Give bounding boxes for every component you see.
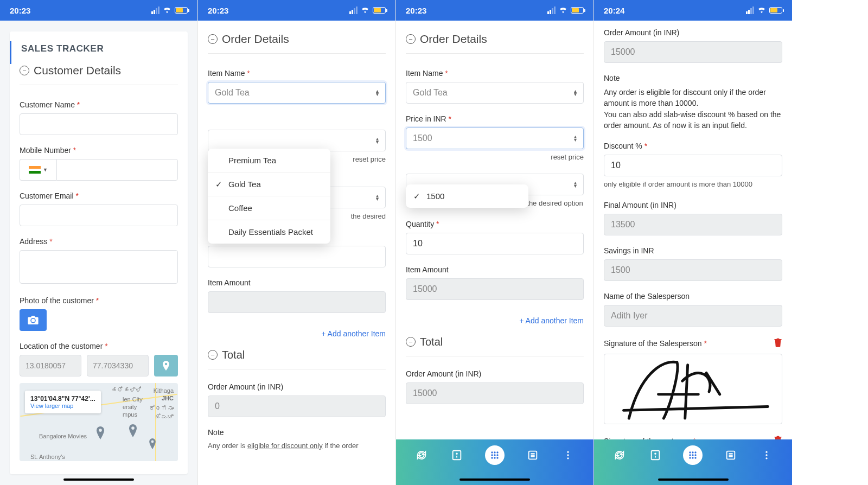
collapse-icon[interactable]	[406, 34, 416, 44]
dropdown-option-selected[interactable]: ✓1500	[406, 184, 528, 208]
order-amount-value: 15000	[604, 41, 782, 63]
section-header-customer[interactable]: Customer Details	[20, 64, 178, 85]
svg-point-11	[491, 457, 493, 458]
camera-button[interactable]	[20, 309, 47, 331]
updown-icon: ▴▾	[574, 90, 577, 96]
section-header-order[interactable]: Order Details	[208, 33, 386, 54]
signal-icon	[151, 7, 159, 14]
dropdown-option-selected[interactable]: ✓Gold Tea	[208, 173, 330, 196]
discount-input[interactable]	[604, 155, 782, 176]
note-label: Note	[604, 74, 782, 82]
list-icon[interactable]	[525, 448, 540, 463]
order-amount-label: Order Amount (in INR)	[406, 369, 584, 378]
sync-icon[interactable]	[612, 448, 627, 463]
item-amount-input	[208, 291, 386, 313]
item-amount-label: Item Amount	[208, 278, 386, 287]
wifi-icon	[163, 6, 171, 15]
status-bar: 20:23	[396, 0, 593, 21]
svg-point-9	[494, 454, 495, 456]
svg-point-0	[99, 429, 102, 432]
battery-icon	[769, 7, 782, 14]
item-name-select[interactable]: Gold Tea ▴▾	[208, 82, 386, 104]
longitude-input: 77.7034330	[87, 355, 149, 376]
section-header-order[interactable]: Order Details	[406, 33, 584, 54]
address-input[interactable]	[20, 250, 178, 284]
more-icon[interactable]	[759, 448, 774, 463]
item-name-label: Item Name *	[406, 69, 584, 78]
map-preview[interactable]: 13°01'04.8"N 77°42'... View larger map ಹ…	[20, 383, 178, 461]
price-select[interactable]: ▴▾	[208, 130, 386, 151]
status-time: 20:23	[406, 6, 426, 15]
signal-icon	[746, 7, 754, 14]
info-icon[interactable]	[449, 448, 464, 463]
check-icon: ✓	[215, 180, 222, 189]
wifi-icon	[559, 6, 567, 15]
svg-point-8	[491, 454, 493, 456]
order-amount-value: 15000	[406, 382, 584, 404]
updown-icon: ▴▾	[376, 137, 379, 144]
check-icon: ✓	[413, 192, 420, 201]
svg-point-27	[692, 457, 694, 458]
map-pin-icon	[149, 437, 156, 450]
bottom-nav	[396, 439, 593, 485]
svg-point-24	[692, 454, 694, 456]
wifi-icon	[361, 6, 369, 15]
svg-point-7	[496, 451, 498, 453]
collapse-icon[interactable]	[208, 34, 218, 44]
collapse-icon[interactable]	[406, 337, 416, 347]
dropdown-option[interactable]: Daily Essentials Packet	[208, 220, 330, 244]
dropdown-option[interactable]: Coffee	[208, 196, 330, 220]
list-icon[interactable]	[723, 448, 738, 463]
svg-point-31	[765, 454, 767, 456]
svg-point-13	[496, 457, 498, 458]
app-title: SALES TRACKER	[10, 41, 178, 64]
delete-signature-button[interactable]	[774, 337, 782, 349]
country-code-select[interactable]: ▼	[20, 159, 56, 181]
signature-salesperson[interactable]	[604, 354, 782, 424]
home-indicator[interactable]	[658, 478, 729, 481]
quantity-input[interactable]	[406, 233, 584, 254]
map-callout[interactable]: 13°01'04.8"N 77°42'... View larger map	[25, 391, 101, 413]
dropdown-option[interactable]: Premium Tea	[208, 149, 330, 173]
add-item-link[interactable]: + Add another Item	[406, 311, 584, 336]
svg-point-12	[494, 457, 495, 458]
svg-point-1	[131, 426, 135, 430]
mobile-input[interactable]	[56, 159, 178, 181]
reset-price-hint: reset price	[406, 152, 584, 163]
price-select[interactable]: 1500 ▴▾	[406, 127, 584, 149]
status-time: 20:24	[604, 6, 624, 15]
price-dropdown: ✓1500	[406, 184, 528, 208]
locate-button[interactable]	[154, 355, 178, 376]
price-label: Price in INR *	[406, 114, 584, 123]
signature-drawing	[604, 354, 782, 424]
email-input[interactable]	[20, 205, 178, 226]
final-amount-label: Final Amount (in INR)	[604, 201, 782, 209]
salesperson-label: Name of the Salesperson	[604, 292, 782, 301]
note-text: Any order is eligible for discount only …	[208, 441, 386, 451]
collapse-icon[interactable]	[20, 66, 29, 75]
sync-icon[interactable]	[414, 448, 429, 463]
quantity-input[interactable]	[208, 246, 386, 267]
view-larger-map-link[interactable]: View larger map	[30, 403, 95, 409]
info-icon[interactable]	[648, 448, 663, 463]
signal-icon	[547, 7, 556, 14]
more-icon[interactable]	[560, 448, 576, 463]
final-amount-value: 13500	[604, 214, 782, 235]
section-header-total[interactable]: Total	[406, 336, 584, 356]
apps-icon[interactable]	[485, 445, 505, 465]
customer-name-label: Customer Name *	[20, 100, 178, 109]
svg-point-10	[496, 454, 498, 456]
email-label: Customer Email *	[20, 192, 178, 200]
section-header-total[interactable]: Total	[208, 349, 386, 369]
home-indicator[interactable]	[63, 478, 134, 481]
svg-point-16	[567, 454, 569, 456]
apps-icon[interactable]	[683, 445, 703, 465]
quantity-label: Quantity *	[406, 220, 584, 228]
collapse-icon[interactable]	[208, 350, 218, 360]
note-text: Any order is eligible for discount only …	[604, 87, 782, 131]
india-flag-icon	[29, 166, 41, 174]
item-name-select[interactable]: Gold Tea ▴▾	[406, 82, 584, 104]
customer-name-input[interactable]	[20, 113, 178, 135]
add-item-link[interactable]: + Add another Item	[208, 324, 386, 349]
home-indicator[interactable]	[459, 478, 530, 481]
